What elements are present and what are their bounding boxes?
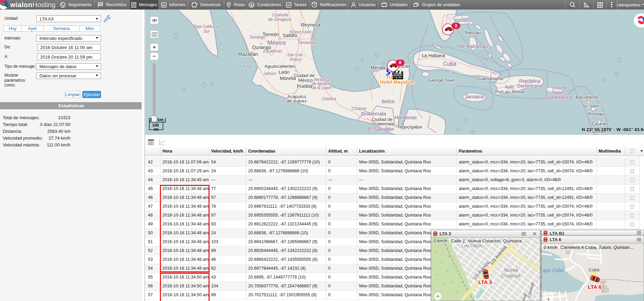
svg-text:Coahuila: Coahuila bbox=[272, 13, 288, 17]
svg-text:Baja California: Baja California bbox=[193, 24, 220, 29]
svg-text:of America: of America bbox=[549, 95, 572, 100]
svg-text:Guatemala: Guatemala bbox=[371, 121, 394, 126]
svg-text:Dominicana: Dominicana bbox=[517, 83, 542, 89]
svg-text:Honduras: Honduras bbox=[394, 114, 416, 120]
svg-text:mi: mi bbox=[154, 127, 159, 132]
svg-text:Jalisco: Jalisco bbox=[263, 71, 276, 76]
svg-text:km: km bbox=[158, 117, 163, 122]
svg-text:LTA 6: LTA 6 bbox=[588, 284, 602, 290]
svg-text:de Zaragoza: de Zaragoza bbox=[268, 17, 291, 22]
svg-text:Sur: Sur bbox=[203, 29, 210, 34]
svg-text:Reynosa: Reynosa bbox=[301, 22, 320, 28]
svg-text:St. John's: St. John's bbox=[583, 104, 603, 109]
svg-text:El Salvador: El Salvador bbox=[368, 126, 394, 132]
svg-text:Belize: Belize bbox=[382, 99, 395, 104]
svg-text:Roseau: Roseau bbox=[588, 111, 604, 116]
svg-text:Tegucigalpa: Tegucigalpa bbox=[397, 124, 422, 129]
svg-text:Carretera A Coba, Tulum, Quint: Carretera A Coba, Tulum, Quintan… bbox=[560, 245, 634, 250]
svg-text:Chiapas: Chiapas bbox=[351, 106, 366, 111]
svg-text:Ciudad de: Ciudad de bbox=[294, 73, 315, 78]
svg-text:3: 3 bbox=[455, 23, 457, 28]
svg-text:Oaxaca: Oaxaca bbox=[322, 96, 336, 101]
svg-text:Cobá: Cobá bbox=[589, 267, 600, 272]
svg-text:Durango: Durango bbox=[252, 45, 271, 50]
svg-text:Puebla: Puebla bbox=[297, 83, 312, 89]
svg-text:de Juárez: de Juárez bbox=[286, 98, 307, 104]
svg-text:Lago Cobá: Lago Cobá bbox=[542, 268, 563, 273]
svg-text:George Town: George Town bbox=[428, 78, 455, 83]
svg-text:Mazatlán: Mazatlán bbox=[238, 51, 258, 57]
svg-text:2: 2 bbox=[150, 117, 152, 122]
svg-text:LTA 3: LTA 3 bbox=[478, 279, 492, 285]
svg-text:León: León bbox=[279, 69, 290, 75]
svg-text:Basseterre: Basseterre bbox=[576, 95, 598, 100]
svg-text:Los Olivos: Los Olivos bbox=[461, 243, 483, 248]
svg-text:8: 8 bbox=[399, 60, 401, 65]
svg-text:Nueva: Nueva bbox=[504, 267, 518, 273]
svg-text:Torreón: Torreón bbox=[262, 32, 279, 37]
svg-text:Cuba: Cuba bbox=[443, 61, 456, 67]
svg-text:Creacion: Creacion bbox=[501, 273, 520, 279]
svg-text:Hotel Mayalum: Hotel Mayalum bbox=[380, 79, 415, 85]
svg-text:San Luis: San Luis bbox=[287, 52, 303, 57]
svg-text:Saltillo: Saltillo bbox=[283, 33, 297, 38]
svg-text:Potosí: Potosí bbox=[290, 57, 302, 62]
svg-text:Castries: Castries bbox=[592, 121, 609, 126]
svg-text:Tamaulipas: Tamaulipas bbox=[298, 40, 318, 45]
svg-text:Calle 1, Nueva Creación, Quint: Calle 1, Nueva Creación, Quintana… bbox=[451, 238, 526, 243]
svg-text:Ayiti: Ayiti bbox=[505, 84, 514, 90]
svg-text:La Habana: La Habana bbox=[422, 53, 445, 58]
svg-text:Jamaica: Jamaica bbox=[465, 94, 484, 99]
svg-text:Aguascalientes: Aguascalientes bbox=[264, 64, 296, 69]
svg-text:México: México bbox=[298, 78, 313, 83]
svg-text:0 km/h: 0 km/h bbox=[544, 245, 558, 250]
svg-text:Mérida: Mérida bbox=[371, 65, 385, 70]
svg-text:Nassau: Nassau bbox=[465, 30, 481, 35]
svg-text:The Bahamas: The Bahamas bbox=[456, 43, 488, 49]
svg-text:N 23° 55.1975' : W -061° 43.94: N 23° 55.1975' : W -061° 43.9422' bbox=[582, 127, 644, 132]
svg-text:0 km/h: 0 km/h bbox=[433, 238, 447, 243]
svg-text:de la Llave: de la Llave bbox=[312, 85, 331, 90]
svg-text:Guantánamo: Guantánamo bbox=[477, 76, 503, 81]
svg-text:Morelia: Morelia bbox=[280, 76, 296, 81]
svg-text:Port-au-Prince: Port-au-Prince bbox=[495, 89, 525, 94]
svg-text:Guatemala: Guatemala bbox=[361, 111, 386, 116]
